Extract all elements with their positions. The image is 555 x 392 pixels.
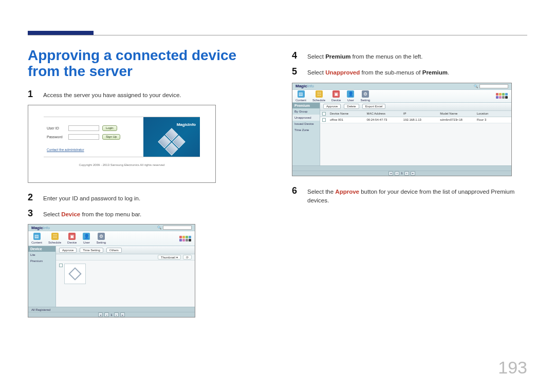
setting-icon: ⚙ bbox=[362, 90, 369, 98]
step-5: 5 Select Unapproved from the sub-menus o… bbox=[292, 66, 527, 77]
nav-device[interactable]: ▣Device bbox=[67, 233, 77, 244]
select-checkbox[interactable] bbox=[59, 264, 63, 267]
nav-device[interactable]: ▣Device bbox=[331, 90, 341, 102]
device-icon: ▣ bbox=[332, 90, 340, 98]
footer-registered-label: All Registered bbox=[31, 308, 50, 311]
step-text: Select Unapproved from the sub-menus of … bbox=[307, 66, 449, 77]
time-setting-button[interactable]: Time Setting bbox=[80, 248, 103, 253]
page-next-button[interactable]: › bbox=[404, 171, 409, 176]
nav-schedule[interactable]: ☷Schedule bbox=[48, 233, 61, 244]
sidebar-title: Device bbox=[28, 246, 55, 252]
brand-text: MagicInfo bbox=[177, 122, 196, 127]
sidebar-item-issued[interactable]: Issued Device bbox=[292, 121, 320, 127]
col-ip: IP bbox=[401, 111, 438, 117]
content-icon: ▤ bbox=[33, 233, 41, 240]
nav-content[interactable]: ▤Content bbox=[295, 90, 306, 102]
select-all-checkbox[interactable] bbox=[322, 112, 326, 116]
search-icon: 🔍 bbox=[474, 84, 478, 88]
col-location: Location bbox=[475, 111, 511, 117]
color-palette-icon[interactable] bbox=[179, 236, 192, 241]
search-icon: 🔍 bbox=[157, 226, 161, 230]
page-prev-button[interactable]: ‹ bbox=[104, 312, 109, 317]
sidebar-item-timezone[interactable]: Time Zone bbox=[292, 127, 320, 133]
page-first-button[interactable]: « bbox=[98, 312, 103, 317]
password-input[interactable] bbox=[68, 134, 99, 140]
sidebar-title: Premium bbox=[292, 103, 320, 108]
refresh-button[interactable]: ⟳ bbox=[183, 255, 192, 259]
nav-setting[interactable]: ⚙Setting bbox=[360, 90, 370, 102]
user-icon: 👤 bbox=[83, 233, 90, 240]
nav-content[interactable]: ▤Content bbox=[31, 233, 42, 244]
step-text: Select Device from the top menu bar. bbox=[43, 208, 141, 219]
top-nav: ▤Content ☷Schedule ▣Device 👤User ⚙Settin… bbox=[28, 231, 195, 246]
table-row[interactable]: office 001 00:24:54:47:73 192.168.1.13 s… bbox=[320, 117, 511, 123]
cell-ip: 192.168.1.13 bbox=[401, 117, 438, 123]
step-2: 2 Enter your ID and password to log in. bbox=[28, 192, 263, 203]
chevron-down-icon: ▾ bbox=[176, 255, 178, 259]
step-number: 2 bbox=[28, 192, 36, 202]
user-id-label: User ID bbox=[47, 126, 65, 130]
step-text: Select the Approve button for your devic… bbox=[307, 185, 527, 206]
step-number: 1 bbox=[28, 89, 36, 99]
step-number: 5 bbox=[292, 66, 300, 76]
setting-icon: ⚙ bbox=[98, 233, 105, 240]
sidebar-item-bygroup[interactable]: By Group bbox=[292, 108, 320, 115]
step-6: 6 Select the Approve button for your dev… bbox=[292, 185, 527, 206]
section-title: Approving a connected device from the se… bbox=[28, 47, 263, 80]
refresh-icon: ⟳ bbox=[186, 255, 189, 259]
user-id-input[interactable] bbox=[68, 125, 99, 131]
step-number: 4 bbox=[292, 50, 300, 60]
delete-button[interactable]: Delete bbox=[344, 104, 359, 109]
cell-device-name: office 001 bbox=[328, 117, 364, 123]
color-palette-icon[interactable] bbox=[496, 93, 508, 99]
page-number: 193 bbox=[498, 358, 527, 378]
device-thumbnail[interactable] bbox=[64, 264, 86, 284]
row-checkbox[interactable] bbox=[322, 118, 326, 122]
export-button[interactable]: Export Excel bbox=[362, 104, 386, 109]
left-column: Approving a connected device from the se… bbox=[28, 47, 263, 361]
page-next-button[interactable]: › bbox=[114, 312, 119, 317]
page-current: 1 bbox=[401, 172, 402, 175]
figure-login-screen: User ID Login Password Sign Up Contact t… bbox=[28, 105, 216, 183]
page-last-button[interactable]: » bbox=[120, 312, 125, 317]
user-icon: 👤 bbox=[347, 90, 354, 98]
page-last-button[interactable]: » bbox=[411, 171, 415, 176]
contact-admin-link[interactable]: Contact the administrator bbox=[47, 148, 84, 152]
toolbar: Approve Delete Export Excel bbox=[320, 103, 511, 111]
nav-setting[interactable]: ⚙Setting bbox=[96, 233, 106, 244]
sidebar: Device Lite Premium bbox=[28, 246, 56, 307]
device-icon: ▣ bbox=[68, 233, 76, 240]
copyright-text: Copyright 2009 - 2013 Samsung Electronic… bbox=[44, 163, 200, 166]
sidebar-item-premium[interactable]: Premium bbox=[28, 258, 55, 264]
sidebar-item-lite[interactable]: Lite bbox=[28, 252, 55, 258]
pagination: « ‹ 1 › » bbox=[28, 312, 195, 317]
device-placeholder-icon bbox=[68, 268, 81, 281]
signup-button[interactable]: Sign Up bbox=[102, 134, 120, 140]
brand-logo-icon bbox=[159, 130, 184, 156]
login-button[interactable]: Login bbox=[102, 125, 117, 131]
search-input[interactable] bbox=[479, 84, 508, 88]
step-3: 3 Select Device from the top menu bar. bbox=[28, 208, 263, 219]
page-first-button[interactable]: « bbox=[388, 171, 393, 176]
step-text: Select Premium from the menus on the lef… bbox=[307, 50, 422, 61]
horizontal-rule bbox=[28, 35, 527, 35]
approve-button[interactable]: Approve bbox=[59, 248, 77, 253]
cell-model: sdm6rc0723r-18 bbox=[438, 117, 474, 123]
schedule-icon: ☷ bbox=[51, 233, 59, 240]
footer-status-row bbox=[292, 165, 511, 171]
content-icon: ▤ bbox=[298, 90, 305, 98]
nav-user[interactable]: 👤User bbox=[347, 90, 354, 102]
page-prev-button[interactable]: ‹ bbox=[395, 171, 399, 176]
schedule-icon: ☷ bbox=[316, 90, 323, 98]
search-input[interactable] bbox=[163, 226, 192, 230]
sidebar-item-unapproved[interactable]: Unapproved bbox=[292, 115, 320, 121]
nav-schedule[interactable]: ☷Schedule bbox=[312, 90, 325, 102]
right-column: 4 Select Premium from the menus on the l… bbox=[292, 47, 527, 361]
approve-button[interactable]: Approve bbox=[323, 104, 341, 109]
nav-user[interactable]: 👤User bbox=[83, 233, 90, 244]
figure-unapproved-list-view: MagicInfo 🔍 ▤Content ☷Schedule ▣Device 👤… bbox=[292, 83, 512, 176]
others-button[interactable]: Others bbox=[106, 248, 122, 253]
view-thumbnail-chip[interactable]: Thumbnail ▾ bbox=[158, 255, 181, 259]
page-current: 1 bbox=[110, 313, 112, 316]
step-number: 3 bbox=[28, 208, 36, 218]
